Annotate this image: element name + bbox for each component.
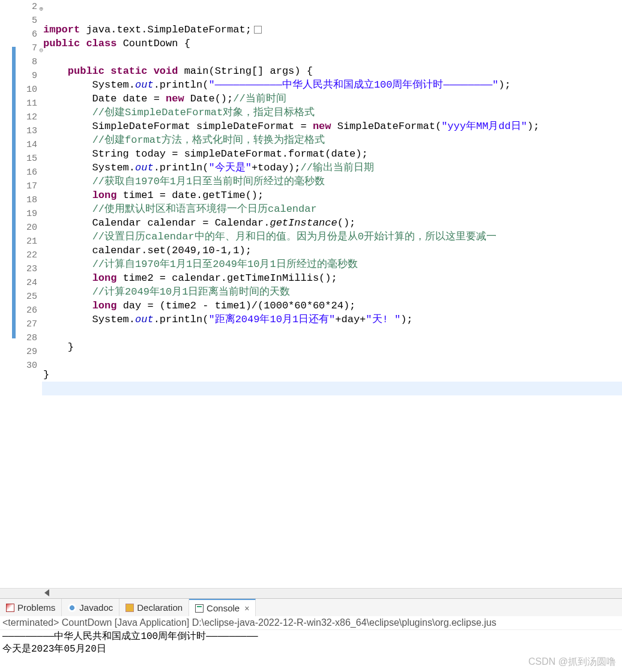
code-line[interactable]: long time1 = date.getTime(); — [42, 188, 622, 202]
tab-declaration[interactable]: Declaration — [119, 599, 189, 616]
line-number: 20 — [0, 221, 37, 235]
code-line[interactable] — [42, 354, 622, 368]
line-number: 24 — [0, 276, 37, 290]
line-number: 10 — [0, 83, 37, 97]
line-number: 19 — [0, 207, 37, 221]
tab-problems[interactable]: Problems — [0, 599, 62, 616]
code-line[interactable]: } — [42, 340, 622, 354]
code-editor[interactable]: 2⊕567⊖8910111213141516171819202122232425… — [0, 0, 622, 588]
code-line[interactable]: long day = (time2 - time1)/(1000*60*60*2… — [42, 299, 622, 313]
line-number: 21 — [0, 235, 37, 248]
scroll-left-icon[interactable] — [44, 589, 49, 596]
horizontal-scrollbar[interactable] — [0, 588, 622, 598]
line-number: 16 — [0, 166, 37, 179]
line-number: 23 — [0, 262, 37, 276]
console-output: —————————中华人民共和国成立100周年倒计时————————— 今天是2… — [0, 630, 622, 655]
tab-label: Declaration — [137, 602, 183, 613]
line-number: 12 — [0, 110, 37, 124]
line-number: 30 — [0, 359, 37, 373]
line-number: 9 — [0, 69, 37, 83]
code-line[interactable]: public static void main(String[] args) { — [42, 64, 622, 78]
line-number: 17 — [0, 179, 37, 193]
code-line[interactable]: System.out.println("今天是"+today);//输出当前日期 — [42, 161, 622, 175]
code-line[interactable]: Calendar calendar = Calendar.getInstance… — [42, 216, 622, 230]
code-line[interactable]: //创建format方法，格式化时间，转换为指定格式 — [42, 133, 622, 147]
code-line[interactable]: Date date = new Date();//当前时间 — [42, 92, 622, 106]
code-line[interactable]: System.out.println("距离2049年10月1日还有"+day+… — [42, 313, 622, 326]
code-line[interactable]: //计算自1970年1月1日至2049年10月1日所经过的毫秒数 — [42, 257, 622, 271]
line-number: 25 — [0, 290, 37, 304]
line-number: 26 — [0, 304, 37, 317]
line-number: 8 — [0, 55, 37, 69]
line-number: 11 — [0, 97, 37, 110]
line-number: 5 — [0, 14, 37, 28]
code-line[interactable]: //设置日历calendar中的年、月和日的值。因为月份是从0开始计算的，所以这… — [42, 230, 622, 244]
line-number: 13 — [0, 124, 37, 138]
tab-label: Javadoc — [79, 602, 113, 613]
tab-label: Console — [207, 603, 240, 613]
line-number: 29 — [0, 345, 37, 359]
line-number: 28 — [0, 331, 37, 345]
declaration-icon — [125, 604, 134, 612]
code-line[interactable]: import java.text.SimpleDateFormat; — [42, 23, 622, 37]
code-line[interactable] — [42, 50, 622, 64]
line-number: 7⊖ — [0, 41, 37, 55]
code-line[interactable]: SimpleDateFormat simpleDateFormat = new … — [42, 119, 622, 133]
line-number-gutter: 2⊕567⊖8910111213141516171819202122232425… — [0, 0, 42, 588]
javadoc-icon — [68, 604, 76, 612]
code-line[interactable]: //获取自1970年1月1日至当前时间所经过的毫秒数 — [42, 175, 622, 188]
code-line[interactable]: public class CountDown { — [42, 37, 622, 50]
code-line[interactable]: //计算2049年10月1日距离当前时间的天数 — [42, 285, 622, 299]
code-line[interactable]: } — [42, 368, 622, 382]
close-icon[interactable]: × — [243, 604, 249, 613]
code-line[interactable]: long time2 = calendar.getTimeInMillis(); — [42, 271, 622, 285]
code-line[interactable]: String today = simpleDateFormat.format(d… — [42, 147, 622, 161]
line-number: 18 — [0, 193, 37, 207]
console-icon — [195, 604, 204, 613]
tab-label: Problems — [17, 602, 55, 613]
line-number: 15 — [0, 152, 37, 166]
code-line[interactable]: //创建SimpleDateFormat对象，指定目标格式 — [42, 106, 622, 119]
problems-icon — [6, 604, 14, 612]
bottom-tabs: Problems Javadoc Declaration Console × — [0, 598, 622, 616]
line-number: 14 — [0, 138, 37, 152]
code-line[interactable]: //使用默认时区和语言环境得一个日历calendar — [42, 202, 622, 216]
watermark: CSDN @抓到汤圆噜 — [528, 656, 616, 668]
line-number: 6 — [0, 28, 37, 41]
code-line[interactable]: calendar.set(2049,10-1,1); — [42, 244, 622, 257]
code-area[interactable]: import java.text.SimpleDateFormat;public… — [42, 0, 622, 588]
code-line[interactable] — [42, 382, 622, 395]
code-line[interactable] — [42, 326, 622, 340]
line-number: 22 — [0, 248, 37, 262]
line-number: 2⊕ — [0, 0, 37, 14]
line-number: 27 — [0, 317, 37, 331]
console-status: <terminated> CountDown [Java Application… — [0, 616, 622, 630]
tab-javadoc[interactable]: Javadoc — [62, 599, 119, 616]
code-line[interactable]: System.out.println("———————————中华人民共和国成立… — [42, 78, 622, 92]
tab-console[interactable]: Console × — [189, 599, 256, 616]
